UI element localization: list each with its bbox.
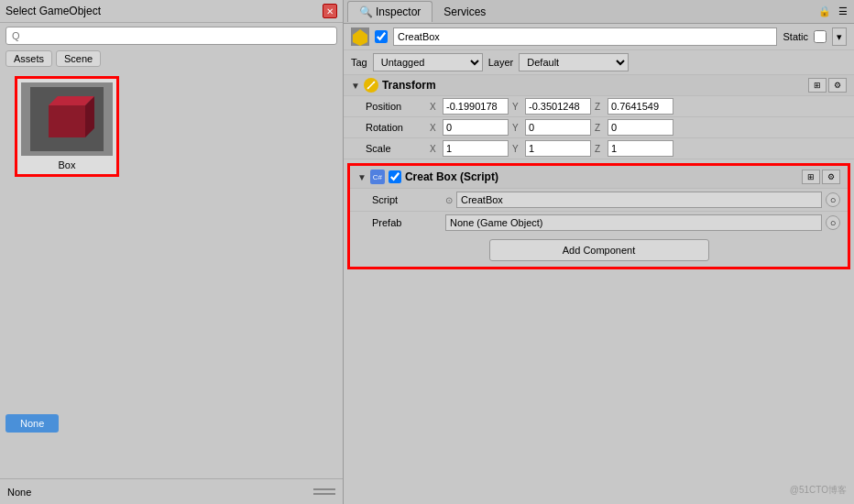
- tab-services[interactable]: Services: [432, 2, 497, 22]
- prefab-value-btn[interactable]: ○: [826, 215, 840, 230]
- script-field-label: Script: [372, 194, 445, 205]
- position-z-group: Z: [595, 98, 673, 115]
- script-value-btn[interactable]: ○: [826, 192, 840, 207]
- sz-label: Z: [595, 144, 606, 154]
- script-menu-btn[interactable]: ⚙: [822, 170, 840, 184]
- select-gameobject-panel: Select GameObject ✕ Assets Scene: [0, 0, 344, 504]
- prefab-field-value: ○: [445, 214, 840, 231]
- rotation-row: Rotation X Y Z: [344, 117, 854, 138]
- none-button[interactable]: None: [5, 414, 59, 433]
- layer-select[interactable]: Default: [519, 53, 629, 71]
- static-dropdown[interactable]: ▾: [832, 27, 847, 46]
- prefab-field-row: Prefab ○: [350, 211, 848, 234]
- ry-label: Y: [512, 123, 523, 133]
- tabs-row: Assets Scene: [0, 49, 343, 69]
- position-y-group: Y: [512, 98, 591, 115]
- script-active-checkbox[interactable]: [389, 170, 401, 183]
- transform-header: ▼ Transform ⊞ ⚙: [344, 75, 854, 96]
- script-collapse-arrow[interactable]: ▼: [357, 172, 367, 182]
- script-header: ▼ C# Creat Box (Script) ⊞ ⚙: [350, 166, 848, 188]
- sx-label: X: [430, 144, 441, 154]
- content-area: Box None: [0, 69, 343, 478]
- tag-label: Tag: [351, 57, 367, 68]
- script-value-input[interactable]: [456, 192, 822, 208]
- scale-row: Scale X Y Z: [344, 138, 854, 159]
- layer-label: Layer: [488, 57, 514, 68]
- box-label: Box: [59, 159, 76, 170]
- rotation-y-group: Y: [512, 119, 591, 136]
- inspector-tab-icon: 🔍: [359, 5, 372, 18]
- script-title: Creat Box (Script): [405, 170, 798, 183]
- rotation-y-input[interactable]: [525, 119, 591, 136]
- script-btns: ⊞ ⚙: [802, 170, 840, 184]
- svg-line-7: [367, 82, 375, 89]
- rx-label: X: [430, 123, 441, 133]
- add-component-button[interactable]: Add Component: [489, 239, 709, 261]
- handle-line: [313, 488, 335, 490]
- transform-copy-btn[interactable]: ⊞: [808, 78, 827, 93]
- position-x-input[interactable]: [443, 98, 509, 115]
- scale-y-group: Y: [512, 140, 591, 157]
- tag-select[interactable]: Untagged: [373, 53, 483, 71]
- transform-btns: ⊞ ⚙: [808, 78, 847, 93]
- y-label: Y: [512, 102, 523, 112]
- gameobject-name-input[interactable]: [393, 27, 777, 46]
- scale-y-input[interactable]: [525, 140, 591, 157]
- lock-icon[interactable]: 🔒: [817, 5, 832, 19]
- position-row: Position X Y Z: [344, 96, 854, 117]
- script-value-icon: ⊙: [445, 195, 453, 205]
- script-icon: C#: [370, 170, 385, 184]
- rotation-x-input[interactable]: [443, 119, 509, 136]
- script-field-row: Script ⊙ ○: [350, 188, 848, 211]
- gameobject-icon: [351, 27, 369, 46]
- transform-icon: [364, 78, 378, 93]
- cube-icon: [30, 87, 104, 151]
- tab-scene[interactable]: Scene: [56, 50, 101, 67]
- panel-title: Select GameObject: [5, 5, 101, 17]
- svg-marker-1: [49, 105, 85, 137]
- rz-label: Z: [595, 123, 606, 133]
- add-component-row: Add Component: [350, 234, 848, 267]
- inspector-tab-label: Inspector: [376, 5, 421, 18]
- transform-collapse-arrow[interactable]: ▼: [351, 81, 360, 91]
- scale-z-input[interactable]: [608, 140, 673, 157]
- search-input[interactable]: [5, 27, 337, 45]
- position-x-group: X: [430, 98, 509, 115]
- menu-icon[interactable]: ☰: [836, 5, 850, 19]
- static-checkbox[interactable]: [814, 30, 827, 43]
- bottom-text: None: [7, 487, 31, 498]
- scale-label: Scale: [366, 143, 430, 154]
- box-item[interactable]: Box: [15, 76, 119, 177]
- gameobject-active-checkbox[interactable]: [375, 30, 388, 43]
- script-component: ▼ C# Creat Box (Script) ⊞ ⚙ Script ⊙ ○ P…: [347, 163, 850, 269]
- prefab-value-input[interactable]: [445, 214, 822, 231]
- static-label: Static: [783, 31, 808, 42]
- bottom-bar: None: [0, 478, 343, 504]
- close-button[interactable]: ✕: [323, 4, 337, 18]
- tag-layer-row: Tag Untagged Layer Default: [344, 50, 854, 75]
- inspector-panel: 🔍 Inspector Services 🔒 ☰ Static ▾ Tag Un…: [344, 0, 854, 504]
- position-y-input[interactable]: [525, 98, 591, 115]
- tab-icons-right: 🔒 ☰: [817, 5, 850, 19]
- position-z-input[interactable]: [608, 98, 673, 115]
- scale-fields: X Y Z: [430, 140, 847, 157]
- inspector-tab-bar: 🔍 Inspector Services 🔒 ☰: [344, 0, 854, 24]
- rotation-z-input[interactable]: [608, 119, 673, 136]
- rotation-label: Rotation: [366, 122, 430, 133]
- prefab-label: Prefab: [372, 217, 445, 228]
- tab-inspector[interactable]: 🔍 Inspector: [347, 1, 432, 22]
- transform-menu-btn[interactable]: ⚙: [828, 78, 847, 93]
- scale-x-input[interactable]: [443, 140, 509, 157]
- tab-assets[interactable]: Assets: [5, 50, 52, 67]
- panel-header: Select GameObject ✕: [0, 0, 343, 23]
- script-field-value: ⊙ ○: [445, 192, 840, 208]
- resize-handle[interactable]: [313, 488, 335, 495]
- box-thumbnail: [21, 82, 113, 156]
- handle-line: [313, 493, 335, 495]
- position-fields: X Y Z: [430, 98, 847, 115]
- script-copy-btn[interactable]: ⊞: [802, 170, 820, 184]
- scale-x-group: X: [430, 140, 509, 157]
- gameobject-header: Static ▾: [344, 24, 854, 50]
- services-tab-label: Services: [443, 5, 486, 18]
- sy-label: Y: [512, 144, 523, 154]
